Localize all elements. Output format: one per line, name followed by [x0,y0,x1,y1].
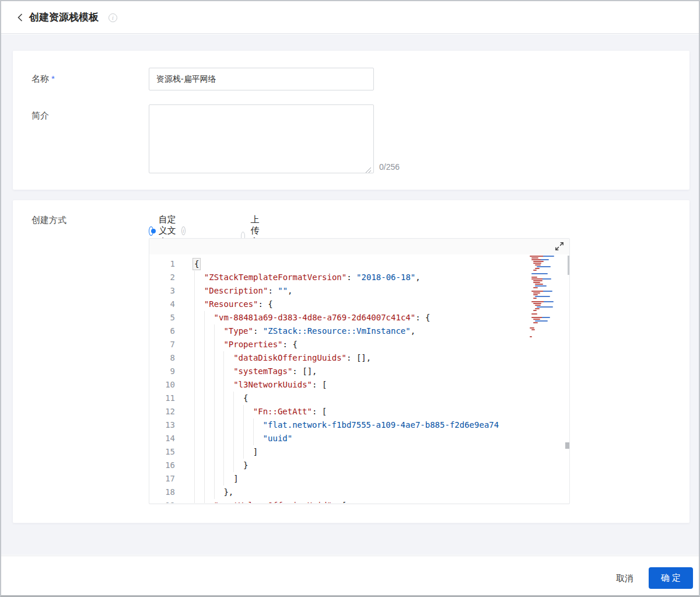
code-line: { [194,257,569,271]
line-number: 6 [149,324,175,338]
code-line: "uuid" [194,432,569,445]
radio-selected-icon [149,226,153,236]
custom-text-info-icon[interactable]: i [181,226,186,235]
line-number: 17 [149,472,175,486]
expand-icon[interactable] [554,241,565,252]
line-number: 15 [149,445,175,459]
line-number: 4 [149,298,175,311]
line-number: 8 [149,351,175,365]
line-number: 9 [149,365,175,378]
code-line: }, [194,486,569,499]
code-line: } [194,459,569,472]
code-line: "vm-88481a69-d383-4d8e-a769-2d64007c41c4… [194,311,569,324]
cancel-button[interactable]: 取消 [611,570,638,587]
code-line: ] [194,445,569,459]
code-line: "ZStackTemplateFormatVersion": "2018-06-… [194,271,569,284]
line-number: 2 [149,271,175,284]
code-line: "flat.network-f1bd7555-a109-4ae7-b885-f2… [194,418,569,432]
line-number: 10 [149,378,175,392]
create-stack-template-window: 创建资源栈模板 i 名称* 简介 0/256 创建方式 自定义文本 i 上传文件 [0,0,700,597]
page-header: 创建资源栈模板 i [1,1,699,34]
code-line: "Type": "ZStack::Resource::VmInstance", [194,324,569,338]
description-label: 简介 [32,110,49,121]
line-number: 14 [149,432,175,445]
page-title: 创建资源栈模板 [29,11,99,24]
code-line: "systemTags": [], [194,365,569,378]
title-info-icon[interactable]: i [108,13,117,22]
template-code-editor[interactable]: 12345678910111213141516171819 {"ZStackTe… [149,238,570,504]
back-icon[interactable] [15,12,26,23]
code-line: ] [194,472,569,486]
method-label: 创建方式 [32,215,66,226]
line-number: 5 [149,311,175,324]
editor-toolbar [149,239,569,254]
scrollbar-thumb[interactable] [568,256,569,275]
line-number: 12 [149,405,175,418]
code-line: "Fn::GetAtt": [ [194,405,569,418]
line-number: 3 [149,284,175,298]
code-line: "Description": "", [194,284,569,298]
code-line: "Resources": { [194,298,569,311]
confirm-button[interactable]: 确定 [649,567,693,589]
code-line: "rootVolumeOfferingUuid": [ [194,499,569,503]
required-mark: * [51,74,55,83]
line-number: 18 [149,486,175,499]
line-number: 13 [149,418,175,432]
name-label: 名称* [32,74,55,85]
description-textarea[interactable] [149,104,374,173]
overview-ruler-marker [565,442,569,449]
vertical-scrollbar[interactable] [567,254,569,503]
code-line: "Properties": { [194,338,569,351]
code-line: { [194,392,569,405]
code-line: "l3NetworkUuids": [ [194,378,569,392]
name-input[interactable] [149,68,374,90]
line-number: 16 [149,459,175,472]
line-number: 7 [149,338,175,351]
line-number: 11 [149,392,175,405]
minimap[interactable] [530,256,564,338]
footer-bar [1,556,699,596]
char-counter: 0/256 [379,162,400,172]
code-viewport[interactable]: 12345678910111213141516171819 {"ZStackTe… [149,254,569,503]
line-number: 1 [149,257,175,271]
code-line: "dataDiskOfferingUuids": [], [194,351,569,365]
line-number: 19 [149,499,175,503]
